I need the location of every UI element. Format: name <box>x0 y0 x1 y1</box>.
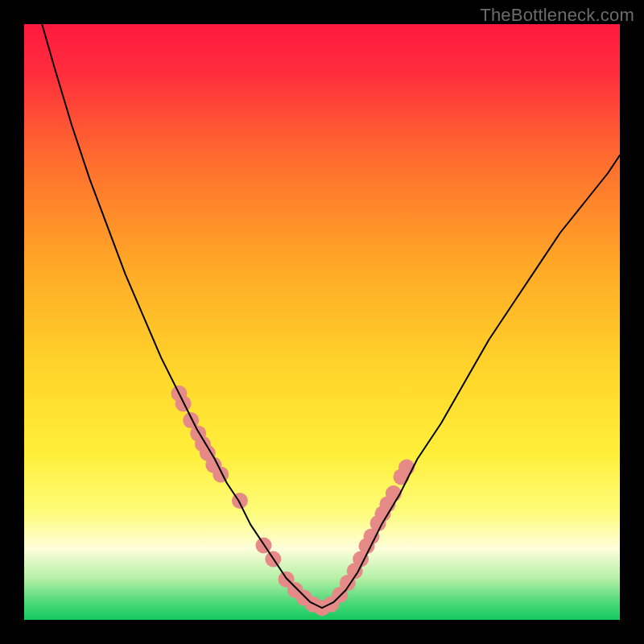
highlight-dot <box>386 485 402 502</box>
plot-background <box>24 24 620 620</box>
chart-frame: TheBottleneck.com <box>0 0 644 644</box>
bottleneck-chart <box>24 24 620 620</box>
highlight-dot <box>398 460 415 476</box>
watermark-text: TheBottleneck.com <box>480 5 634 26</box>
highlight-dot <box>213 466 229 482</box>
